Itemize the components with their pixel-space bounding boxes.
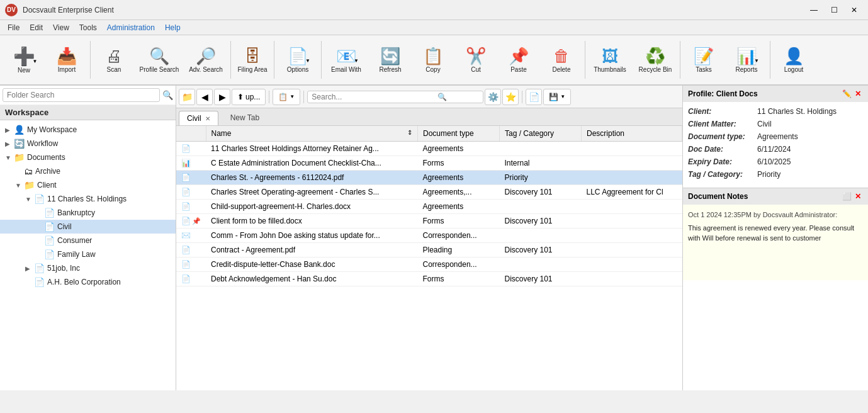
menu-edit[interactable]: Edit (25, 22, 48, 33)
table-row[interactable]: 📄 Debt Acknowledgement - Han Su.doc Form… (176, 272, 682, 286)
table-row[interactable]: 📊 C Estate Administration Document Check… (176, 156, 682, 171)
tab-new[interactable]: New Tab (220, 110, 270, 125)
file-list: Name ⇕ Document type Tag / Category Desc… (176, 126, 682, 390)
paste-button[interactable]: 📌 Paste (497, 38, 540, 82)
view-doc-button[interactable]: 📄 (526, 89, 542, 105)
sidebar-item-51job[interactable]: ▶ 📄 51job, Inc (0, 261, 176, 275)
table-row[interactable]: 📄 Credit-dispute-letter-Chase Bank.doc C… (176, 257, 682, 272)
reports-button[interactable]: 📊 ▼ Reports (725, 38, 768, 82)
sidebar-item-family-law[interactable]: 📄 Family Law (0, 247, 176, 261)
toolbar-separator-7 (770, 41, 770, 79)
tasks-button[interactable]: 📝 Tasks (682, 38, 725, 82)
profile-search-button[interactable]: 🔍 Profile Search (135, 38, 183, 82)
search-input[interactable] (312, 93, 437, 101)
profile-field-value: Agreements (757, 132, 798, 141)
col-name[interactable]: Name ⇕ (206, 126, 418, 142)
back-button[interactable]: ◀ (196, 89, 213, 105)
recycle-bin-button[interactable]: ♻️ Recycle Bin (633, 38, 678, 82)
table-row[interactable]: 📄 Charles Street Operating-agreement - C… (176, 185, 682, 200)
notes-expand-icon[interactable]: ⬜ (842, 191, 852, 201)
sidebar-item-consumer[interactable]: 📄 Consumer (0, 234, 176, 247)
import-button[interactable]: 📥 Import (45, 38, 88, 82)
sidebar-item-documents[interactable]: ▼ 📁 Documents (0, 150, 176, 164)
client-icon: 📁 (24, 180, 35, 190)
sidebar-item-label: A.H. Belo Corporation (47, 278, 121, 286)
col-desc[interactable]: Description (582, 126, 682, 142)
file-name: Child-support-agreement-H. Charles.docx (206, 200, 418, 214)
settings-button[interactable]: ⚙️ (485, 89, 501, 105)
sidebar-item-bankruptcy[interactable]: 📄 Bankruptcy (0, 206, 176, 220)
close-button[interactable]: ✕ (845, 4, 863, 16)
profile-row: Doc Date: 6/11/2024 (688, 145, 863, 154)
table-row[interactable]: 📄 Charles St. - Agreements - 6112024.pdf… (176, 171, 682, 185)
folder-search-icon[interactable]: 🔍 (162, 90, 173, 100)
tab-civil-close[interactable]: ✕ (205, 115, 210, 122)
delete-button[interactable]: 🗑 Delete (540, 38, 583, 82)
cut-button[interactable]: ✂️ Cut (454, 38, 497, 82)
minimize-button[interactable]: — (805, 4, 823, 16)
table-row[interactable]: 📄 Child-support-agreement-H. Charles.doc… (176, 200, 682, 214)
new-label: New (18, 67, 30, 74)
up-button[interactable]: ⬆ up... (232, 89, 266, 105)
expand-icon: ▼ (15, 182, 24, 189)
search-submit-icon[interactable]: 🔍 (437, 93, 447, 101)
refresh-label: Refresh (379, 66, 401, 74)
add-favorite-button[interactable]: ⭐ (502, 89, 519, 105)
sidebar-item-civil[interactable]: 📄 Civil (0, 220, 176, 234)
table-row[interactable]: 📄 Contract - Agreement.pdf Pleading Disc… (176, 243, 682, 257)
notes-close-icon[interactable]: ✕ (853, 191, 863, 201)
expand-icon: ▶ (5, 127, 14, 133)
options-button[interactable]: 📄 ▼ Options (276, 38, 319, 82)
sidebar-item-client[interactable]: ▼ 📁 Client (0, 178, 176, 192)
profile-close-icon[interactable]: ✕ (853, 89, 863, 99)
refresh-button[interactable]: 🔄 Refresh (369, 38, 412, 82)
view-options-button[interactable]: 📋 ▼ (273, 89, 300, 105)
profile-edit-icon[interactable]: ✏️ (842, 89, 852, 99)
menu-view[interactable]: View (48, 22, 74, 33)
menu-file[interactable]: File (3, 22, 25, 33)
file-icon-cell: 📄 (176, 171, 206, 185)
new-button[interactable]: ➕ ▼ New (3, 38, 45, 82)
sidebar-item-archive[interactable]: 🗂 Archive (0, 164, 176, 178)
scan-button[interactable]: 🖨 Scan (93, 38, 135, 82)
save-options-button[interactable]: 💾 ▼ (543, 89, 571, 105)
file-tag: Discovery 101 (500, 272, 582, 286)
profile-field-label: Client Matter: (688, 120, 757, 128)
sidebar-item-my-workspace[interactable]: ▶ 👤 My Workspace (0, 123, 176, 137)
file-type-icon: 📄 (181, 202, 191, 211)
table-row[interactable]: ✉️ Comm - From John Doe asking status up… (176, 229, 682, 243)
sidebar-item-11-charles[interactable]: ▼ 📄 11 Charles St. Holdings (0, 192, 176, 206)
col-doctype[interactable]: Document type (418, 126, 500, 142)
expand-icon: ▶ (5, 140, 14, 147)
file-desc (582, 142, 682, 156)
maximize-button[interactable]: ☐ (825, 4, 843, 16)
scan-label: Scan (107, 66, 121, 74)
menu-tools[interactable]: Tools (74, 22, 102, 33)
folder-search-input[interactable] (3, 88, 160, 102)
menu-help[interactable]: Help (160, 22, 186, 33)
profile-field-value: 11 Charles St. Holdings (757, 107, 837, 116)
adv-search-button[interactable]: 🔎 Adv. Search (183, 38, 228, 82)
sidebar-item-workflow[interactable]: ▶ 🔄 Workflow (0, 137, 176, 150)
sec-separator-1 (269, 91, 269, 103)
file-desc (582, 229, 682, 243)
logout-button[interactable]: 👤 Logout (772, 38, 815, 82)
table-row[interactable]: 📄 📌 Client form to be filled.docx Forms … (176, 214, 682, 229)
file-name: Charles Street Operating-agreement - Cha… (206, 185, 418, 200)
menu-administration[interactable]: Administration (102, 22, 160, 33)
file-name: Client form to be filled.docx (206, 214, 418, 229)
folder-new-button[interactable]: 📁 (179, 89, 195, 105)
email-with-button[interactable]: 📧 ▼ Email With (324, 38, 369, 82)
sidebar-item-ah-belo[interactable]: 📄 A.H. Belo Corporation (0, 275, 176, 289)
copy-button[interactable]: 📋 Copy (412, 38, 454, 82)
filing-area-button[interactable]: 🗄 Filing Area (233, 38, 272, 82)
col-tag[interactable]: Tag / Category (500, 126, 582, 142)
toolbar-separator-1 (90, 41, 91, 79)
file-name: Contract - Agreement.pdf (206, 243, 418, 257)
forward-button[interactable]: ▶ (214, 89, 230, 105)
sidebar-item-label: My Workspace (27, 125, 77, 134)
thumbnails-button[interactable]: 🖼 Thumbnails (587, 38, 633, 82)
profile-search-label: Profile Search (140, 66, 179, 74)
tab-civil[interactable]: Civil ✕ (179, 111, 218, 125)
table-row[interactable]: 📄 11 Charles Street Holdings Attorney Re… (176, 142, 682, 156)
